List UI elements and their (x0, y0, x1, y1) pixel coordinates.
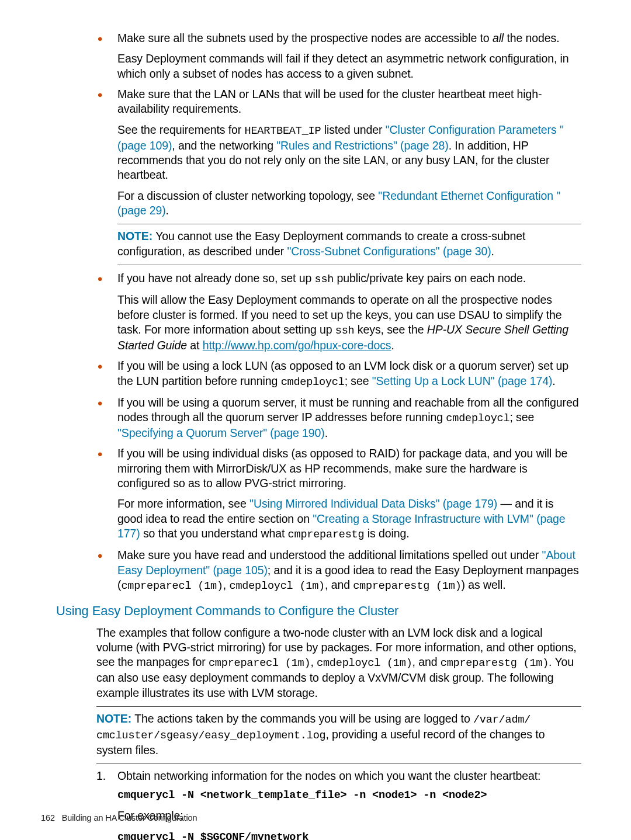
code-text: ssh (335, 325, 355, 337)
text: the nodes. (504, 32, 559, 44)
text: , and (412, 655, 441, 668)
bullet-item-2: Make sure that the LAN or LANs that will… (96, 87, 581, 265)
bullet-item-1: Make sure all the subnets used by the pr… (96, 31, 581, 81)
text: ; see (345, 374, 372, 387)
divider (96, 706, 581, 707)
divider (117, 265, 581, 265)
bullet-item-6: If you will be using individual disks (a… (96, 446, 581, 542)
command-line: cmquerycl -N <network_template_file> -n … (117, 789, 487, 801)
italic-text: all (493, 32, 504, 44)
command-line: cmquerycl -N $SGCONF/mynetwork (117, 831, 308, 840)
cross-reference-link[interactable]: "Cross-Subnet Configurations" (page 30) (287, 245, 491, 258)
page-footer: 162 Building an HA Cluster Configuration (41, 813, 197, 824)
text: If you have not already done so, set up (117, 272, 314, 284)
step-1: 1. Obtain networking information for the… (96, 769, 581, 840)
note-block: NOTE: You cannot use the Easy Deployment… (117, 229, 581, 259)
code-text: cmpreparestg (1m) (353, 580, 461, 592)
bullet-item-4: If you will be using a lock LUN (as oppo… (96, 359, 581, 389)
code-text: cmpreparecl (1m) (209, 657, 310, 669)
bullet-item-5: If you will be using a quorum server, it… (96, 395, 581, 441)
bullet-text: If you will be using a quorum server, it… (117, 395, 581, 441)
text: Make sure all the subnets used by the pr… (117, 32, 493, 44)
bullet-text: If you have not already done so, set up … (117, 271, 581, 287)
code-text: cmdeploycl (281, 376, 345, 388)
text: , and (325, 578, 353, 591)
cross-reference-link[interactable]: "Specifying a Quorum Server" (page 190) (117, 426, 325, 439)
text: ) as well. (462, 578, 506, 591)
sub-paragraph: Easy Deployment commands will fail if th… (117, 51, 581, 81)
text: public/private key pairs on each node. (334, 272, 526, 284)
text: keys, see the (355, 323, 427, 336)
bullet-text: Make sure you have read and understood t… (117, 548, 581, 593)
code-text: cmdeploycl (1m) (317, 657, 412, 669)
text: so that you understand what (140, 527, 288, 540)
code-text: ssh (314, 273, 334, 286)
section-heading: Using Easy Deployment Commands to Config… (56, 603, 590, 620)
section-body: The examples that follow configure a two… (96, 626, 581, 840)
divider (96, 763, 581, 764)
paragraph: The examples that follow configure a two… (96, 626, 581, 700)
code-text: cmdeploycl (446, 412, 509, 425)
code-text: cmpreparestg (1m) (441, 657, 549, 669)
text: . (391, 339, 394, 352)
bullet-text: Make sure all the subnets used by the pr… (117, 31, 581, 46)
text: See the requirements for (117, 123, 245, 136)
cross-reference-link[interactable]: "Rules and Restrictions" (page 28) (276, 139, 448, 152)
divider (117, 224, 581, 224)
text: For a discussion of cluster networking t… (117, 189, 378, 202)
note-label: NOTE: (96, 712, 131, 725)
text: . (166, 204, 169, 217)
code-text: cmpreparestg (288, 529, 365, 541)
note-label: NOTE: (117, 230, 152, 242)
bullet-item-7: Make sure you have read and understood t… (96, 548, 581, 593)
step-text: Obtain networking information for the no… (117, 769, 540, 782)
code-text: cmdeploycl (1m) (229, 580, 325, 592)
text: listed under (321, 123, 385, 136)
cross-reference-link[interactable]: "Setting Up a Lock LUN" (page 174) (372, 374, 553, 387)
text: , (310, 655, 317, 668)
text: ; see (509, 411, 534, 424)
sub-paragraph: For a discussion of cluster networking t… (117, 189, 581, 218)
text: . (552, 374, 555, 387)
cross-reference-link[interactable]: "Using Mirrored Individual Data Disks" (… (249, 497, 497, 510)
note-block: NOTE: The actions taken by the commands … (96, 711, 581, 758)
url-link[interactable]: http://www.hp.com/go/hpux-core-docs (203, 339, 391, 352)
text: . (491, 245, 494, 258)
text: at (187, 339, 203, 352)
bullet-text: Make sure that the LAN or LANs that will… (117, 87, 581, 117)
bullet-text: If you will be using individual disks (a… (117, 446, 581, 491)
sub-paragraph: For more information, see "Using Mirrore… (117, 497, 581, 542)
ordered-steps: 1. Obtain networking information for the… (96, 769, 581, 840)
text: , (223, 578, 230, 591)
code-text: HEARTBEAT_IP (245, 125, 321, 137)
text: . (325, 426, 328, 439)
text: , and the networking (172, 139, 276, 152)
bullet-text: If you will be using a lock LUN (as oppo… (117, 359, 581, 389)
text: For more information, see (117, 497, 249, 510)
sub-paragraph: This will allow the Easy Deployment comm… (117, 293, 581, 353)
text: Make sure you have read and understood t… (117, 549, 542, 561)
bulleted-list-section: Make sure all the subnets used by the pr… (96, 31, 581, 593)
code-text: /var/adm/ (473, 714, 531, 726)
sub-paragraph: See the requirements for HEARTBEAT_IP li… (117, 123, 581, 183)
page-number: 162 (41, 813, 55, 822)
step-number: 1. (96, 769, 106, 783)
text: The actions taken by the commands you wi… (131, 712, 473, 725)
code-text: cmcluster/sgeasy/easy_deployment.log (96, 730, 325, 742)
bullet-item-3: If you have not already done so, set up … (96, 271, 581, 353)
footer-title: Building an HA Cluster Configuration (62, 813, 197, 822)
code-text: cmpreparecl (1m) (121, 580, 223, 592)
text: is doing. (364, 527, 409, 540)
